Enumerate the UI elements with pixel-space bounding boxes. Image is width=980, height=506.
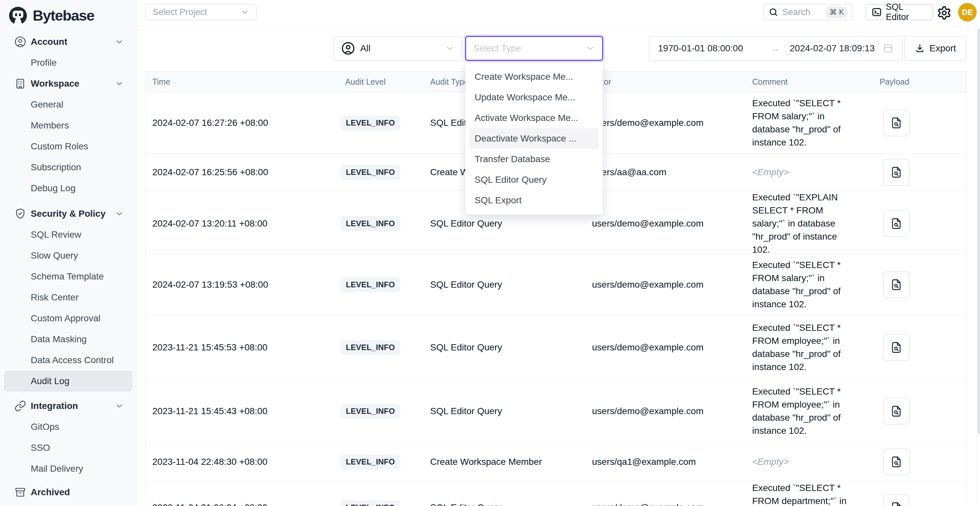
cell-comment: Executed `"SELECT * FROM employee;"` in … xyxy=(752,321,854,374)
cell-comment: Executed `"SELECT * FROM employee;"` in … xyxy=(752,385,854,438)
cell-time: 2023-11-21 15:45:43 +08:00 xyxy=(146,406,334,417)
sidebar-group-integration[interactable]: Integration xyxy=(0,396,137,417)
payload-view-button[interactable] xyxy=(883,334,910,361)
search-input[interactable]: Search ⌘ K xyxy=(763,4,853,20)
terminal-icon xyxy=(872,7,882,18)
sidebar-item-data-masking[interactable]: Data Masking xyxy=(0,329,137,350)
audit-level-badge: LEVEL_INFO xyxy=(340,404,401,419)
col-payload: Payload xyxy=(873,77,967,87)
cell-actor: users/demo@example.com xyxy=(585,118,746,128)
sidebar-group-security-policy[interactable]: Security & Policy xyxy=(0,203,137,224)
sidebar-item-custom-roles[interactable]: Custom Roles xyxy=(0,136,137,157)
calendar-icon xyxy=(883,43,894,54)
sidebar-item-data-access-control[interactable]: Data Access Control xyxy=(0,350,137,371)
sidebar-item-mail-delivery[interactable]: Mail Delivery xyxy=(0,458,137,479)
cell-audit-type: SQL Editor Query xyxy=(424,342,585,353)
sidebar-item-general[interactable]: General xyxy=(0,94,137,115)
user-circle-icon xyxy=(341,41,355,55)
sidebar-item-debug-log[interactable]: Debug Log xyxy=(0,178,137,199)
sidebar-group-account[interactable]: Account xyxy=(0,31,137,52)
date-range-picker[interactable]: 1970-01-01 08:00:00 → 2024-02-07 18:09:1… xyxy=(649,36,903,61)
cell-audit-type: SQL Editor Query xyxy=(424,503,585,506)
avatar[interactable]: DE xyxy=(958,3,977,22)
table-row: 2023-11-04 21:26:24 +08:00 LEVEL_INFO SQ… xyxy=(146,481,967,506)
payload-view-button[interactable] xyxy=(883,494,910,506)
cell-actor: users/aa@aa.com xyxy=(585,167,746,178)
sidebar-group-workspace[interactable]: Workspace xyxy=(0,73,137,94)
shield-check-icon xyxy=(14,208,26,220)
cell-time: 2023-11-04 22:48:30 +08:00 xyxy=(146,457,334,467)
sql-editor-button[interactable]: SQL Editor xyxy=(865,4,933,20)
type-dropdown-menu: Create Workspace Me... Update Workspace … xyxy=(465,62,603,215)
project-select[interactable]: Select Project xyxy=(145,4,257,20)
dropdown-option[interactable]: Activate Workspace Me... xyxy=(466,108,603,128)
sidebar-item-archived[interactable]: Archived xyxy=(0,482,137,503)
table-row: 2024-02-07 13:19:53 +08:00 LEVEL_INFO SQ… xyxy=(146,254,967,316)
dropdown-option[interactable]: SQL Export xyxy=(466,190,603,210)
sidebar-item-custom-approval[interactable]: Custom Approval xyxy=(0,308,137,329)
col-actor: Actor xyxy=(585,77,746,87)
avatar-initials: DE xyxy=(962,8,973,17)
export-label: Export xyxy=(930,43,956,54)
cell-time: 2024-02-07 16:27:26 +08:00 xyxy=(146,118,334,128)
payload-view-button[interactable] xyxy=(883,449,910,475)
brand-logo[interactable]: Bytebase xyxy=(0,0,137,31)
sidebar-item-risk-center[interactable]: Risk Center xyxy=(0,287,137,308)
sidebar-item-audit-log[interactable]: Audit Log xyxy=(4,371,132,391)
col-audit-level: Audit Level xyxy=(334,77,424,87)
search-shortcut-badge: ⌘ K xyxy=(826,6,847,18)
cell-comment: Executed `"SELECT * FROM salary;"` in da… xyxy=(752,97,854,149)
cell-audit-type: SQL Editor Query xyxy=(424,218,585,229)
sidebar-group-label: Account xyxy=(0,37,67,47)
chevron-down-icon xyxy=(115,37,124,46)
table-row: 2023-11-21 15:45:43 +08:00 LEVEL_INFO SQ… xyxy=(146,379,967,443)
payload-view-button[interactable] xyxy=(883,398,910,425)
sidebar-item-sso[interactable]: SSO xyxy=(0,438,137,458)
cell-audit-type: SQL Editor Query xyxy=(424,406,585,417)
chevron-down-icon xyxy=(586,44,595,53)
actor-filter-select[interactable]: All xyxy=(333,36,462,61)
cell-comment: Executed `"SELECT * FROM salary;"` in da… xyxy=(752,259,854,311)
sidebar-item-sql-review[interactable]: SQL Review xyxy=(0,224,137,245)
payload-view-button[interactable] xyxy=(883,271,910,298)
dropdown-option[interactable]: Create Workspace Me... xyxy=(466,66,603,87)
cell-actor: users/demo@example.com xyxy=(585,342,746,353)
type-filter-select[interactable]: Select Type xyxy=(465,36,603,61)
cell-actor: users/demo@example.com xyxy=(585,503,746,506)
dropdown-option[interactable]: Transfer Database xyxy=(466,149,603,169)
link-icon xyxy=(14,400,26,412)
scrollbar-thumb[interactable] xyxy=(978,29,980,434)
sidebar-item-subscription[interactable]: Subscription xyxy=(0,157,137,178)
dropdown-option-highlighted[interactable]: Deactivate Workspace ... xyxy=(469,128,599,149)
cell-time: 2024-02-07 13:19:53 +08:00 xyxy=(146,280,334,290)
building-icon xyxy=(14,78,26,89)
payload-view-button[interactable] xyxy=(883,159,910,186)
cell-comment: Executed `"SELECT * FROM department;"` i… xyxy=(752,482,854,506)
audit-level-badge: LEVEL_INFO xyxy=(340,277,401,292)
gear-icon[interactable] xyxy=(937,6,951,20)
scrollbar[interactable] xyxy=(977,22,980,506)
payload-view-button[interactable] xyxy=(883,110,910,136)
sql-editor-label: SQL Editor xyxy=(886,2,928,22)
audit-level-badge: LEVEL_INFO xyxy=(340,115,401,130)
sidebar-item-gitops[interactable]: GitOps xyxy=(0,417,137,438)
table-row: 2023-11-04 22:48:30 +08:00 LEVEL_INFO Cr… xyxy=(146,443,967,481)
topbar: Select Project Search ⌘ K SQL Editor DE xyxy=(137,0,980,26)
dropdown-option[interactable]: Update Workspace Me... xyxy=(466,87,603,108)
export-button[interactable]: Export xyxy=(904,36,966,61)
user-circle-icon xyxy=(14,36,26,48)
date-end-value: 2024-02-07 18:09:13 xyxy=(790,43,875,54)
sidebar-item-slow-query[interactable]: Slow Query xyxy=(0,245,137,266)
sidebar-item-members[interactable]: Members xyxy=(0,115,137,136)
col-time: Time xyxy=(146,77,334,87)
chevron-down-icon xyxy=(240,8,250,17)
sidebar-item-schema-template[interactable]: Schema Template xyxy=(0,266,137,287)
download-icon xyxy=(915,43,925,54)
audit-level-badge: LEVEL_INFO xyxy=(340,500,401,506)
cell-actor: users/demo@example.com xyxy=(585,218,746,229)
table-row: 2023-11-21 15:45:53 +08:00 LEVEL_INFO SQ… xyxy=(146,316,967,379)
sidebar-item-profile[interactable]: Profile xyxy=(0,52,137,73)
payload-view-button[interactable] xyxy=(883,210,910,237)
col-comment: Comment xyxy=(746,77,873,87)
dropdown-option[interactable]: SQL Editor Query xyxy=(466,169,603,190)
